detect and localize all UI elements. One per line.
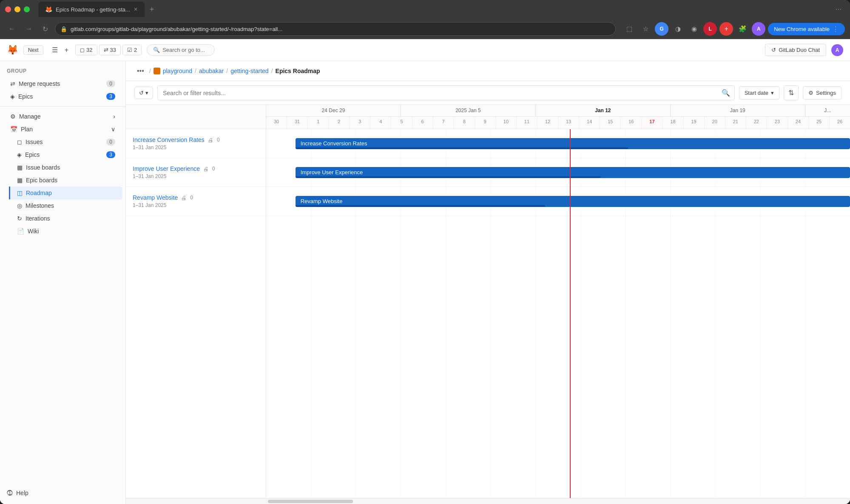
secure-icon: 🔒 xyxy=(60,26,67,32)
sep-3: / xyxy=(226,68,228,74)
settings-button[interactable]: ⚙ Settings xyxy=(803,86,841,99)
sidebar-item-epics-top[interactable]: ◈ Epics 3 xyxy=(3,90,122,103)
day-6: 6 xyxy=(412,117,433,129)
close-window-button[interactable] xyxy=(5,6,11,12)
sidebar-item-issue-boards[interactable]: ▦ Issue boards xyxy=(10,161,122,174)
reload-button[interactable]: ↻ xyxy=(39,23,51,35)
breadcrumb-abubakar[interactable]: abubakar xyxy=(199,68,224,74)
gantt-bar-1[interactable]: Increase Conversion Rates xyxy=(296,138,850,149)
sidebar-item-epics[interactable]: ◈ Epics 3 xyxy=(10,148,122,161)
breadcrumb-getting-started[interactable]: getting-started xyxy=(230,68,269,74)
issues-stat[interactable]: ◻ 32 xyxy=(75,45,97,55)
breadcrumb-dots-button[interactable]: ••• xyxy=(134,66,147,76)
start-date-chevron: ▾ xyxy=(771,90,774,96)
todos-stat[interactable]: ☑ 2 xyxy=(122,45,142,55)
epic3-title[interactable]: Revamp Website xyxy=(133,194,178,201)
day-9: 9 xyxy=(475,117,496,129)
epic-boards-icon: ▦ xyxy=(17,177,23,184)
extension2-icon[interactable]: ◉ xyxy=(687,22,701,36)
epics-top-icon: ◈ xyxy=(10,93,15,100)
extension-icon[interactable]: ◑ xyxy=(671,22,685,36)
sidebar-item-epic-boards[interactable]: ▦ Epic boards xyxy=(10,174,122,187)
breadcrumb-icon-playground xyxy=(154,68,160,74)
epic3-date: 1–31 Jan 2025 xyxy=(133,202,259,208)
sidebar-item-roadmap[interactable]: ◫ Roadmap xyxy=(9,187,122,199)
gantt-bar-1-label: Increase Conversion Rates xyxy=(301,140,367,147)
week-label-jan5: 2025 Jan 5 xyxy=(401,105,536,116)
sidebar-item-milestones[interactable]: ◎ Milestones xyxy=(10,199,122,212)
minimize-window-button[interactable] xyxy=(14,6,20,12)
day-10: 10 xyxy=(496,117,517,129)
day-7: 7 xyxy=(433,117,454,129)
cast-icon[interactable]: ⬚ xyxy=(623,22,636,36)
epic1-icon: 🖨 xyxy=(208,137,213,143)
wiki-icon: 📄 xyxy=(17,228,24,235)
scrollbar-thumb[interactable] xyxy=(268,500,353,503)
next-button[interactable]: Next xyxy=(23,45,43,55)
duo-chat-label: GitLab Duo Chat xyxy=(779,47,820,53)
week-label-jan19: Jan 19 xyxy=(671,105,805,116)
lastpass-icon[interactable]: L xyxy=(703,22,717,36)
bookmark-icon[interactable]: ☆ xyxy=(639,22,652,36)
history-button[interactable]: ↺ ▾ xyxy=(134,87,153,99)
main-layout: Group ⇄ Merge requests 0 ◈ Epics 3 ⚙ Man… xyxy=(0,61,850,504)
user-avatar-browser[interactable]: A xyxy=(752,22,765,36)
search-icon: 🔍 xyxy=(153,47,160,53)
day-15: 15 xyxy=(600,117,621,129)
plus-icon[interactable]: + xyxy=(719,22,733,36)
iterations-icon: ↻ xyxy=(17,215,22,222)
gantt-bar-3-progress xyxy=(296,205,545,207)
new-tab-button[interactable]: + xyxy=(146,3,158,16)
back-button[interactable]: ← xyxy=(5,23,19,34)
sidebar-manage-header[interactable]: ⚙ Manage › xyxy=(3,110,122,123)
search-filter-icon[interactable]: 🔍 xyxy=(717,86,734,100)
tab-close-button[interactable]: ✕ xyxy=(134,6,138,12)
minimize-btn[interactable]: ⋯ xyxy=(832,4,845,14)
sidebar-item-wiki[interactable]: 📄 Wiki xyxy=(10,225,122,238)
issues-sidebar-badge: 0 xyxy=(106,139,115,145)
sidebar-item-merge-requests[interactable]: ⇄ Merge requests 0 xyxy=(3,77,122,90)
puzzle-icon[interactable]: 🧩 xyxy=(736,22,749,36)
chrome-badge[interactable]: New Chrome available ⋮ xyxy=(768,23,845,35)
search-filter[interactable]: 🔍 xyxy=(157,85,735,100)
breadcrumb-current: Epics Roadmap xyxy=(276,68,320,74)
sidebar-item-issues[interactable]: ◻ Issues 0 xyxy=(10,136,122,148)
active-tab[interactable]: 🦊 Epics Roadmap - getting-sta... ✕ xyxy=(38,2,145,17)
mr-icon: ⇄ xyxy=(104,47,108,53)
forward-button[interactable]: → xyxy=(22,23,36,34)
search-filter-input[interactable] xyxy=(158,87,717,99)
global-search-button[interactable]: 🔍 Search or go to... xyxy=(147,44,215,56)
epics-sidebar-icon: ◈ xyxy=(17,151,22,158)
maximize-window-button[interactable] xyxy=(24,6,30,12)
tab-bar: 🦊 Epics Roadmap - getting-sta... ✕ + xyxy=(38,2,829,17)
create-button[interactable]: + xyxy=(63,45,70,56)
help-label: Help xyxy=(16,490,28,496)
sidebar-help-item[interactable]: ⓵ Help xyxy=(7,487,119,499)
gantt-bar-2[interactable]: Improve User Experience xyxy=(296,167,850,178)
merge-requests-stat[interactable]: ⇄ 33 xyxy=(99,45,121,55)
day-4: 4 xyxy=(370,117,391,129)
sidebar-toggle-button[interactable]: ☰ xyxy=(50,44,60,56)
milestones-label: Milestones xyxy=(26,202,54,209)
sidebar-item-iterations[interactable]: ↻ Iterations xyxy=(10,212,122,225)
day-2: 2 xyxy=(329,117,350,129)
duo-chat-button[interactable]: ↺ GitLab Duo Chat xyxy=(765,44,826,56)
tab-title: Epics Roadmap - getting-sta... xyxy=(56,6,130,13)
sort-button[interactable]: ⇅ xyxy=(784,85,799,100)
gantt-bar-3[interactable]: Revamp Website xyxy=(296,196,850,207)
sidebar-footer: ⓵ Help xyxy=(0,482,125,504)
user-avatar[interactable]: A xyxy=(831,44,843,56)
help-icon: ⓵ xyxy=(7,490,13,496)
address-bar[interactable]: 🔒 gitlab.com/groups/gitlab-da/playground… xyxy=(55,22,616,36)
issues-count: 32 xyxy=(86,47,92,53)
day-13: 13 xyxy=(558,117,579,129)
start-date-button[interactable]: Start date ▾ xyxy=(739,86,779,99)
group-label: Group xyxy=(0,61,125,77)
epic2-title[interactable]: Improve User Experience xyxy=(133,165,200,172)
sidebar-plan-header[interactable]: 📅 Plan ∨ xyxy=(3,123,122,136)
google-icon[interactable]: G xyxy=(655,22,668,36)
plan-chevron: ∨ xyxy=(111,126,115,133)
epic1-title[interactable]: Increase Conversion Rates xyxy=(133,136,205,143)
epics-badge: 3 xyxy=(106,93,115,100)
breadcrumb-playground[interactable]: playground xyxy=(163,68,192,74)
